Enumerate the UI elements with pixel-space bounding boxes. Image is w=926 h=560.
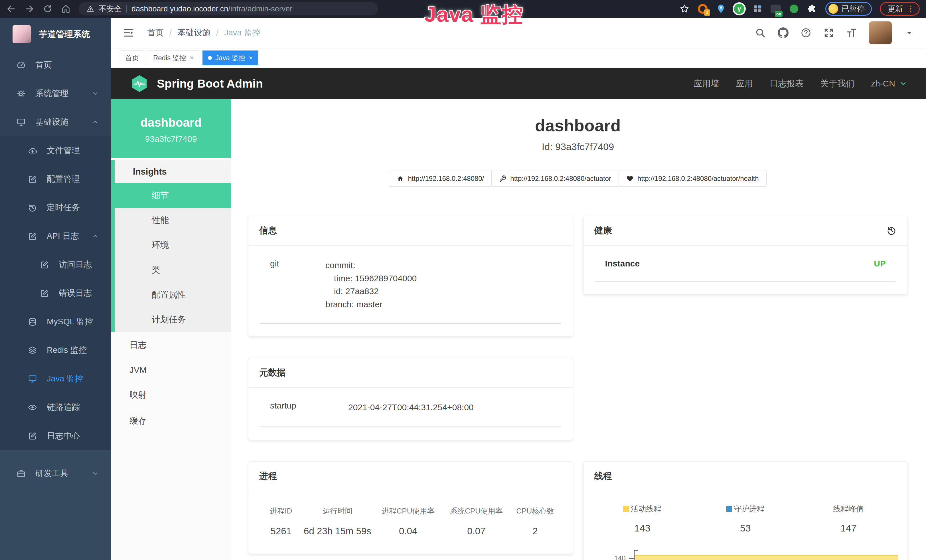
paused-label: 已暂停 <box>841 4 865 14</box>
card-title: 元数据 <box>259 366 286 378</box>
chevron-up-icon <box>92 233 99 240</box>
extension-leaf-icon[interactable] <box>789 4 799 14</box>
app-logo-row[interactable]: 芋道管理系统 <box>0 18 111 51</box>
forward-button-icon[interactable] <box>24 4 34 14</box>
help-icon[interactable] <box>800 27 811 38</box>
card-health: 健康 Instance UP <box>583 216 908 294</box>
tag-redis[interactable]: Redis 监控 <box>148 50 199 65</box>
insight-item-scheduled-tasks[interactable]: 计划任务 <box>115 307 231 332</box>
page-instance-id: Id: 93a3fc7f7409 <box>248 141 908 152</box>
sba-nav-about[interactable]: 关于我们 <box>820 78 855 89</box>
sidebar-item-java[interactable]: Java 监控 <box>0 365 111 393</box>
extension-icon-orange[interactable]: 1 <box>698 4 708 14</box>
metadata-value: 2021-04-27T00:44:31.254+08:00 <box>348 401 561 414</box>
back-button-icon[interactable] <box>6 4 16 14</box>
sidebar-item-label: Java 监控 <box>47 373 83 384</box>
sba-language-select[interactable]: zh-CN <box>871 79 907 88</box>
sidebar-item-file[interactable]: 文件管理 <box>0 136 111 165</box>
sidebar-item-trace[interactable]: 链路追踪 <box>0 393 111 422</box>
browser-menu-dots-icon[interactable] <box>906 5 915 13</box>
sidebar-item-apilog[interactable]: API 日志 <box>0 222 111 250</box>
instance-header[interactable]: dashboard 93a3fc7f7409 <box>111 99 231 158</box>
chevron-up-icon <box>92 119 99 126</box>
sidebar-item-system[interactable]: 系统管理 <box>0 79 111 108</box>
extension-on-icon[interactable]: on <box>770 4 781 14</box>
git-id-line: id: 27aa832 <box>325 285 561 298</box>
update-label: 更新 <box>888 4 903 14</box>
wrench-icon <box>499 175 506 182</box>
security-warning-icon <box>87 5 94 12</box>
insight-item-config-props[interactable]: 配置属性 <box>115 282 231 307</box>
legend-label: 守护进程 <box>734 504 764 514</box>
breadcrumb-item-home[interactable]: 首页 <box>147 27 164 38</box>
process-value: 5261 <box>260 526 302 537</box>
sidebar-item-home[interactable]: 首页 <box>0 51 111 79</box>
sidebar-item-infra[interactable]: 基础设施 <box>0 108 111 136</box>
sba-brand[interactable]: Spring Boot Admin <box>157 77 263 91</box>
sidebar-item-logcenter[interactable]: 日志中心 <box>0 422 111 450</box>
insight-item-environment[interactable]: 环境 <box>115 233 231 257</box>
tag-close-icon[interactable] <box>190 54 194 61</box>
fullscreen-icon[interactable] <box>823 27 834 38</box>
live-threads-area-series <box>634 555 899 560</box>
address-bar[interactable]: 不安全 dashboard.yudao.iocoder.cn/infra/adm… <box>79 2 378 15</box>
breadcrumb-item-infra[interactable]: 基础设施 <box>177 27 210 38</box>
health-history-icon[interactable] <box>887 226 897 236</box>
sidebar-item-accesslog[interactable]: 访问日志 <box>0 250 111 279</box>
active-tag-dot <box>208 56 212 60</box>
sidebar-item-label: 基础设施 <box>35 117 68 128</box>
extension-grid-icon[interactable] <box>752 4 763 14</box>
instance-item-jvm[interactable]: JVM <box>111 358 231 382</box>
bookmark-star-icon[interactable] <box>679 4 690 14</box>
sba-nav-applications[interactable]: 应用 <box>736 78 753 89</box>
extensions-puzzle-icon[interactable] <box>807 4 817 14</box>
health-url-button[interactable]: http://192.168.0.2:48080/actuator/health <box>619 171 767 186</box>
extension-pin-icon[interactable] <box>716 4 726 14</box>
sidebar-item-mysql[interactable]: MySQL 监控 <box>0 307 111 336</box>
sba-nav-journal[interactable]: 日志报表 <box>769 78 803 89</box>
sidebar-item-config[interactable]: 配置管理 <box>0 165 111 194</box>
hamburger-icon[interactable] <box>123 27 135 39</box>
sidebar-item-redis[interactable]: Redis 监控 <box>0 336 111 365</box>
sidebar-item-label: 访问日志 <box>59 259 92 271</box>
sidebar-item-errorlog[interactable]: 错误日志 <box>0 279 111 307</box>
sba-logo-icon[interactable] <box>130 74 149 93</box>
card-title: 信息 <box>259 224 277 236</box>
tag-close-icon[interactable] <box>249 54 253 61</box>
reload-button-icon[interactable] <box>43 4 53 14</box>
sidebar-item-job[interactable]: 定时任务 <box>0 194 111 222</box>
sidebar-item-label: 研发工具 <box>35 468 68 479</box>
process-col-proc-cpu: 进程CPU使用率 0.04 <box>373 506 443 537</box>
card-process-body: 进程ID 5261 运行时间 6d 23h 15m 59s 进程CPU使用率 0… <box>248 491 573 554</box>
log-edit-icon <box>28 232 37 241</box>
insight-item-classes[interactable]: 类 <box>115 257 231 282</box>
github-icon[interactable] <box>778 27 788 38</box>
chevron-down-icon <box>92 470 99 477</box>
caret-down-icon[interactable] <box>904 27 915 38</box>
user-avatar[interactable] <box>869 21 892 44</box>
tag-home[interactable]: 首页 <box>120 50 144 65</box>
extension-y-icon[interactable]: y <box>734 4 744 14</box>
sidebar-item-label: 文件管理 <box>47 145 80 156</box>
instance-item-caches[interactable]: 缓存 <box>111 408 231 434</box>
search-icon[interactable] <box>755 27 766 38</box>
tag-java-active[interactable]: Java 监控 <box>203 50 258 65</box>
instance-item-mappings[interactable]: 映射 <box>111 382 231 408</box>
process-value: 6d 23h 15m 59s <box>302 526 373 537</box>
actuator-url-button[interactable]: http://192.168.0.2:48080/actuator <box>492 171 619 186</box>
url-text: dashboard.yudao.iocoder.cn/infra/admin-s… <box>132 5 292 14</box>
insight-item-metrics[interactable]: 性能 <box>115 208 231 233</box>
sba-nav-wall[interactable]: 应用墙 <box>694 78 719 89</box>
card-info: 信息 git commit: time: 1596289704000 id: 2… <box>248 216 573 337</box>
update-button[interactable]: 更新 <box>880 2 920 16</box>
instance-item-logs[interactable]: 日志 <box>111 332 231 358</box>
paused-badge[interactable]: 已暂停 <box>825 2 872 16</box>
service-url-button[interactable]: http://192.168.0.2:48080/ <box>389 171 492 186</box>
browser-home-icon[interactable] <box>61 4 71 14</box>
process-value: 0.04 <box>373 526 443 537</box>
row-underline <box>260 323 561 324</box>
insight-item-details[interactable]: 细节 <box>115 183 231 208</box>
font-size-icon[interactable] <box>846 27 857 38</box>
card-threads: 线程 活动线程 143 守护进程 53 <box>583 461 908 560</box>
sidebar-item-devtools[interactable]: 研发工具 <box>0 459 111 488</box>
